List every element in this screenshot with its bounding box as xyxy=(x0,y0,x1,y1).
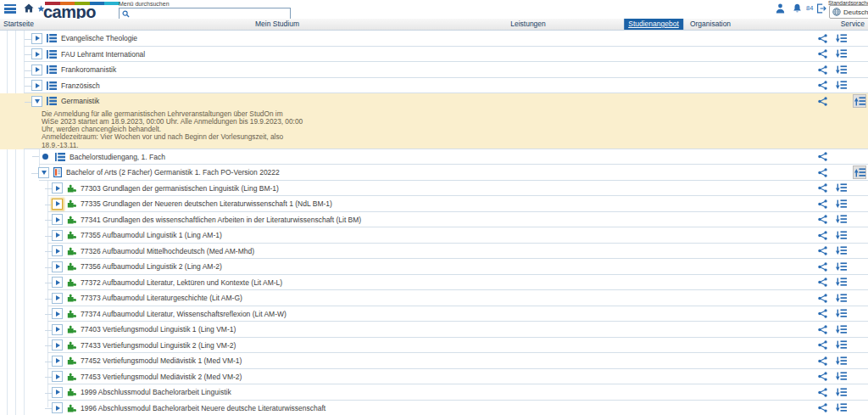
share-icon[interactable] xyxy=(815,354,829,367)
expand-all-icon[interactable] xyxy=(834,307,848,321)
tree-item-label[interactable]: Französisch xyxy=(61,81,100,90)
expand-node-button[interactable] xyxy=(52,387,63,398)
share-icon[interactable] xyxy=(815,63,829,76)
tree-item-label[interactable]: 77335 Grundlagen der Neueren deutschen L… xyxy=(81,199,332,208)
tree-item-label[interactable]: 77452 Vertiefungsmodul Mediävistik 1 (Me… xyxy=(81,356,242,365)
expand-all-icon[interactable] xyxy=(834,244,848,258)
expand-node-button[interactable] xyxy=(52,339,63,351)
expand-all-icon[interactable] xyxy=(834,79,848,93)
expand-node-button[interactable] xyxy=(31,33,42,44)
expand-all-icon[interactable] xyxy=(834,354,848,367)
share-icon[interactable] xyxy=(815,322,829,336)
tree-item-label[interactable]: 77403 Vertiefungsmodul Linguistik 1 (Lin… xyxy=(81,325,236,334)
expand-all-icon[interactable] xyxy=(834,401,848,415)
share-icon[interactable] xyxy=(815,79,829,93)
collapse-all-icon[interactable] xyxy=(853,94,866,108)
expand-node-button[interactable] xyxy=(52,230,63,241)
collapse-node-button[interactable] xyxy=(31,96,42,107)
tree-item-label[interactable]: 77303 Grundlagen der germanistischen Lin… xyxy=(81,184,279,193)
tree-item-label[interactable]: Bachelor of Arts (2 Fächer) Germanistik … xyxy=(66,168,280,177)
share-icon[interactable] xyxy=(815,182,829,195)
logout-icon[interactable] xyxy=(816,3,826,14)
share-icon[interactable] xyxy=(815,94,829,108)
tree-item-label[interactable]: Germanistik xyxy=(61,97,99,105)
expand-node-button[interactable] xyxy=(52,199,63,210)
tree-item-label[interactable]: 77372 Aufbaumodul Literatur, Lektüren un… xyxy=(81,278,282,287)
share-icon[interactable] xyxy=(815,213,829,227)
expand-all-icon[interactable] xyxy=(834,31,848,45)
share-icon[interactable] xyxy=(815,48,829,61)
nav-item-startseite[interactable]: Startseite xyxy=(3,19,34,30)
expand-all-icon[interactable] xyxy=(834,228,848,242)
expand-all-icon[interactable] xyxy=(834,182,848,195)
share-icon[interactable] xyxy=(815,385,829,399)
expand-all-icon[interactable] xyxy=(834,213,848,227)
expand-node-button[interactable] xyxy=(52,245,63,256)
expand-node-button[interactable] xyxy=(52,324,63,335)
expand-all-icon[interactable] xyxy=(834,339,848,352)
expand-all-icon[interactable] xyxy=(834,197,848,210)
expand-all-icon[interactable] xyxy=(834,48,848,61)
expand-node-button[interactable] xyxy=(52,214,63,225)
home-icon[interactable] xyxy=(24,3,34,13)
tree-item-label[interactable]: FAU Lehramt International xyxy=(61,50,145,59)
expand-node-button[interactable] xyxy=(52,371,63,382)
nav-item-leistungen[interactable]: Leistungen xyxy=(510,19,546,30)
expand-all-icon[interactable] xyxy=(834,385,848,399)
tree-item-label[interactable]: Bachelorstudiengang, 1. Fach xyxy=(70,153,165,161)
expand-node-button[interactable] xyxy=(31,48,42,59)
nav-item-mein-studium[interactable]: Mein Studium xyxy=(255,19,299,30)
tree-item-label[interactable]: 1996 Abschlussmodul Bachelorarbeit Neuer… xyxy=(81,404,326,412)
share-icon[interactable] xyxy=(815,31,829,45)
tree-item-label[interactable]: 77356 Aufbaumodul Linguistik 2 (Ling AM-… xyxy=(81,262,222,271)
nav-item-service[interactable]: Service xyxy=(841,19,865,30)
expand-node-button[interactable] xyxy=(31,80,42,91)
search-input[interactable] xyxy=(130,9,290,18)
expand-node-button[interactable] xyxy=(52,356,63,367)
expand-node-button[interactable] xyxy=(52,261,63,272)
tree-item-label[interactable]: 77453 Vertiefungsmodul Mediävistik 2 (Me… xyxy=(81,373,242,381)
expand-all-icon[interactable] xyxy=(834,370,848,384)
share-icon[interactable] xyxy=(815,339,829,352)
share-icon[interactable] xyxy=(815,260,829,273)
share-icon[interactable] xyxy=(815,291,829,305)
share-icon[interactable] xyxy=(815,370,829,384)
expand-node-button[interactable] xyxy=(52,402,63,413)
menu-hamburger-icon[interactable] xyxy=(4,4,16,15)
share-icon[interactable] xyxy=(815,165,829,179)
tree-item-label[interactable]: 77355 Aufbaumodul Linguistik 1 (Ling AM-… xyxy=(81,231,222,239)
expand-node-button[interactable] xyxy=(52,308,63,319)
nav-item-studienangebot[interactable]: Studienangebot xyxy=(624,19,683,30)
tree-item-label[interactable]: 77326 Aufbaumodul Mittelhochdeutsch (Med… xyxy=(81,247,254,255)
nav-item-organisation[interactable]: Organisation xyxy=(690,19,731,30)
expand-all-icon[interactable] xyxy=(834,63,848,76)
collapse-all-icon[interactable] xyxy=(853,165,866,179)
expand-node-button[interactable] xyxy=(52,293,63,304)
expand-node-button[interactable] xyxy=(31,64,42,76)
share-icon[interactable] xyxy=(815,244,829,258)
tree-item-label[interactable]: Evangelische Theologie xyxy=(61,34,137,42)
expand-node-button[interactable] xyxy=(52,277,63,288)
language-selector[interactable]: Deutsch xyxy=(829,5,868,19)
tree-item-label[interactable]: 77341 Grundlagen des wissenschaftlichen … xyxy=(81,216,361,224)
tree-item-label[interactable]: 77373 Aufbaumodul Literaturgeschichte (L… xyxy=(81,294,242,302)
tree-item-label[interactable]: Frankoromanistik xyxy=(61,65,116,74)
share-icon[interactable] xyxy=(815,401,829,415)
share-icon[interactable] xyxy=(815,276,829,289)
expand-node-button[interactable] xyxy=(52,182,63,193)
tree-item-label[interactable]: 77433 Vertiefungsmodul Linguistik 2 (Lin… xyxy=(81,341,236,350)
share-icon[interactable] xyxy=(815,228,829,242)
user-icon[interactable] xyxy=(776,3,785,14)
expand-all-icon[interactable] xyxy=(834,260,848,273)
share-icon[interactable] xyxy=(815,150,829,164)
expand-all-icon[interactable] xyxy=(834,291,848,305)
share-icon[interactable] xyxy=(815,197,829,210)
notification-count[interactable]: 84 xyxy=(806,3,813,14)
expand-all-icon[interactable] xyxy=(834,276,848,289)
collapse-node-button[interactable] xyxy=(38,167,49,178)
expand-all-icon[interactable] xyxy=(834,322,848,336)
tree-item-label[interactable]: 1999 Abschlussmodul Bachelorarbeit Lingu… xyxy=(81,388,231,396)
tree-item-label[interactable]: 77374 Aufbaumodul Literatur, Wissenschaf… xyxy=(81,310,287,318)
share-icon[interactable] xyxy=(815,307,829,321)
notifications-bell-icon[interactable] xyxy=(793,3,802,14)
